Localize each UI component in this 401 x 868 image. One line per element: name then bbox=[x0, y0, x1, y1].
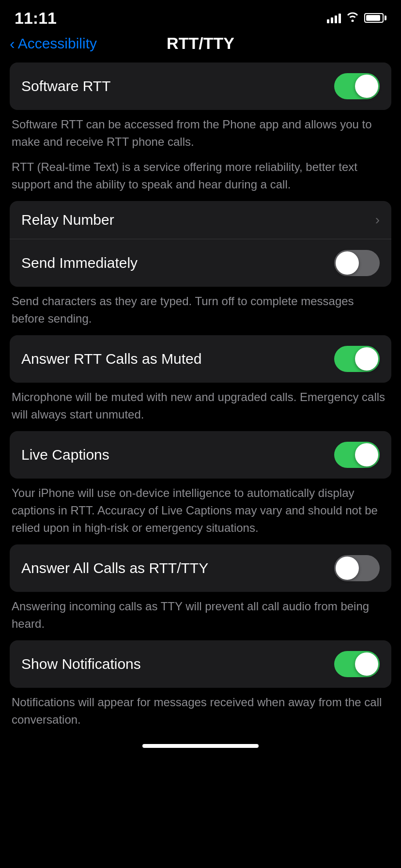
software-rtt-group: Software RTT bbox=[10, 62, 391, 110]
show-notifications-group: Show Notifications bbox=[10, 640, 391, 688]
show-notifications-label: Show Notifications bbox=[21, 656, 141, 672]
nav-header: ‹ Accessibility RTT/TTY bbox=[0, 29, 401, 62]
battery-icon bbox=[364, 13, 386, 23]
show-notifications-desc: Notifications will appear for messages r… bbox=[10, 694, 391, 728]
answer-all-calls-knob bbox=[336, 557, 359, 580]
answer-rtt-muted-label: Answer RTT Calls as Muted bbox=[21, 351, 201, 367]
page-title: RTT/TTY bbox=[167, 34, 234, 53]
content: Software RTT Software RTT can be accesse… bbox=[0, 62, 401, 728]
software-rtt-row: Software RTT bbox=[10, 62, 391, 110]
software-rtt-knob bbox=[355, 75, 378, 98]
answer-all-calls-label: Answer All Calls as RTT/TTY bbox=[21, 560, 208, 576]
live-captions-row: Live Captions bbox=[10, 431, 391, 479]
wifi-icon bbox=[346, 11, 359, 25]
relay-number-label: Relay Number bbox=[21, 212, 114, 228]
show-notifications-toggle[interactable] bbox=[334, 651, 380, 677]
send-immediately-knob bbox=[336, 251, 359, 275]
home-bar bbox=[142, 744, 259, 748]
software-rtt-label: Software RTT bbox=[21, 78, 111, 94]
send-immediately-toggle[interactable] bbox=[334, 250, 380, 276]
answer-rtt-muted-row: Answer RTT Calls as Muted bbox=[10, 335, 391, 383]
software-rtt-toggle[interactable] bbox=[334, 73, 380, 99]
answer-all-calls-row: Answer All Calls as RTT/TTY bbox=[10, 544, 391, 592]
answer-all-calls-desc: Answering incoming calls as TTY will pre… bbox=[10, 598, 391, 633]
live-captions-label: Live Captions bbox=[21, 447, 109, 463]
live-captions-knob bbox=[355, 443, 378, 466]
relay-chevron-icon: › bbox=[375, 212, 380, 228]
live-captions-toggle[interactable] bbox=[334, 442, 380, 468]
answer-rtt-group: Answer RTT Calls as Muted bbox=[10, 335, 391, 383]
software-rtt-desc1: Software RTT can be accessed from the Ph… bbox=[10, 116, 391, 151]
answer-rtt-muted-toggle[interactable] bbox=[334, 346, 380, 372]
send-immediately-label: Send Immediately bbox=[21, 255, 138, 271]
send-immediately-desc: Send characters as they are typed. Turn … bbox=[10, 293, 391, 327]
live-captions-group: Live Captions bbox=[10, 431, 391, 479]
back-button[interactable]: ‹ Accessibility bbox=[10, 35, 97, 52]
home-indicator bbox=[0, 736, 401, 752]
relay-send-group: Relay Number › Send Immediately bbox=[10, 201, 391, 287]
signal-icon bbox=[327, 13, 341, 23]
status-time: 11:11 bbox=[15, 9, 57, 28]
show-notifications-row: Show Notifications bbox=[10, 640, 391, 688]
relay-number-row[interactable]: Relay Number › bbox=[10, 201, 391, 239]
answer-rtt-muted-knob bbox=[355, 347, 378, 371]
back-chevron-icon: ‹ bbox=[10, 36, 15, 51]
software-rtt-desc2: RTT (Real-time Text) is a service offeri… bbox=[10, 158, 391, 193]
answer-all-calls-toggle[interactable] bbox=[334, 555, 380, 581]
send-immediately-row: Send Immediately bbox=[10, 239, 391, 287]
back-label: Accessibility bbox=[18, 35, 97, 52]
status-bar: 11:11 bbox=[0, 0, 401, 29]
live-captions-desc: Your iPhone will use on-device intellige… bbox=[10, 484, 391, 537]
show-notifications-knob bbox=[355, 652, 378, 676]
answer-rtt-muted-desc: Microphone will be muted with new and up… bbox=[10, 388, 391, 423]
status-icons bbox=[327, 11, 386, 25]
answer-all-calls-group: Answer All Calls as RTT/TTY bbox=[10, 544, 391, 592]
